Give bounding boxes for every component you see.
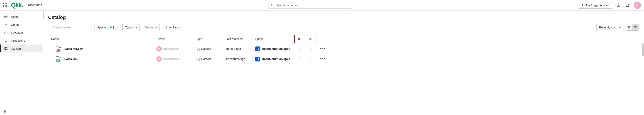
- svg-line-12: [51, 27, 51, 28]
- filter-spaces[interactable]: Spaces All: [94, 24, 120, 31]
- table-row[interactable]: CSV Sales rep.csv TL Dataset an hour ago…: [48, 44, 639, 54]
- row-actions-button[interactable]: •••: [316, 57, 329, 61]
- sidebar: Home Create Favorites Collections Catalo…: [0, 11, 43, 115]
- svg-line-1: [273, 6, 274, 7]
- sidebar-item-label: Catalog: [11, 47, 21, 50]
- file-csv-icon: CSV: [56, 46, 60, 52]
- column-owner[interactable]: Owner: [154, 37, 193, 41]
- chevron-down-icon: [154, 26, 157, 29]
- filter-owner[interactable]: Owner: [142, 24, 160, 31]
- bookmark-icon: [4, 39, 8, 43]
- list-view-button[interactable]: [632, 24, 638, 30]
- star-icon: [4, 31, 8, 35]
- search-icon: [50, 26, 51, 29]
- content-search-input[interactable]: [53, 26, 90, 29]
- svg-rect-8: [4, 47, 6, 49]
- global-search-input[interactable]: [276, 4, 350, 7]
- spaces-badge: All: [108, 26, 114, 29]
- svg-rect-4: [4, 16, 7, 18]
- views-count: 1: [299, 57, 300, 61]
- help-button[interactable]: [616, 2, 622, 8]
- column-modified[interactable]: Last modified: [223, 37, 252, 41]
- type-label: Dataset: [201, 47, 211, 50]
- svg-rect-9: [6, 47, 7, 49]
- global-search[interactable]: [268, 2, 352, 9]
- collapse-icon: [4, 109, 8, 113]
- space-icon: [255, 57, 260, 61]
- svg-marker-7: [4, 31, 7, 34]
- sidebar-item-label: Create: [11, 23, 20, 27]
- owner-avatar: TL: [156, 46, 162, 52]
- views-count: 1: [299, 47, 300, 50]
- column-type[interactable]: Type: [193, 37, 223, 41]
- filter-icon: [164, 26, 168, 29]
- sparkle-icon: [581, 4, 584, 7]
- grid-view-button[interactable]: [626, 24, 632, 30]
- grid-icon: [628, 26, 631, 29]
- dataset-icon: [196, 57, 200, 61]
- file-xlsx-icon: XLSX: [56, 56, 60, 62]
- page-title: Catalog: [48, 15, 639, 20]
- svg-rect-17: [630, 28, 630, 29]
- svg-point-3: [618, 6, 619, 7]
- user-avatar[interactable]: TL: [634, 2, 641, 9]
- search-icon: [271, 4, 274, 7]
- list-icon: [634, 26, 637, 29]
- uses-count: 1: [310, 57, 311, 61]
- space-label: Documentation apps: [262, 47, 290, 50]
- bell-icon: [626, 3, 630, 7]
- catalog-table: Name Owner Type Last modified Space CSV …: [48, 34, 639, 64]
- svg-marker-13: [165, 26, 168, 28]
- sidebar-item-home[interactable]: Home: [0, 13, 43, 21]
- sidebar-item-label: Collections: [11, 39, 25, 42]
- sidebar-item-create[interactable]: Create: [0, 21, 43, 29]
- filter-types[interactable]: Types: [122, 24, 140, 31]
- app-launcher-icon[interactable]: [3, 3, 7, 7]
- svg-rect-14: [628, 26, 629, 27]
- modified-label: 42 minutes ago: [226, 57, 245, 61]
- scrollbar[interactable]: [642, 43, 644, 56]
- view-toggle: [626, 24, 639, 31]
- table-row[interactable]: XLSX Sales.xlsx TL Dataset 42 minutes ag…: [48, 54, 639, 64]
- notifications-button[interactable]: [625, 2, 631, 8]
- svg-rect-16: [628, 28, 629, 29]
- type-label: Dataset: [201, 57, 211, 61]
- file-name: Sales rep.csv: [64, 47, 82, 50]
- owner-name-redacted: [164, 48, 179, 50]
- svg-point-11: [50, 27, 51, 27]
- owner-avatar: TL: [156, 56, 162, 62]
- sidebar-item-collections[interactable]: Collections: [0, 37, 43, 45]
- content-search[interactable]: [48, 24, 92, 31]
- help-icon: [616, 3, 620, 7]
- sidebar-item-label: Home: [11, 15, 19, 19]
- chevron-down-icon: [115, 26, 117, 29]
- space-icon: [255, 47, 260, 51]
- column-space[interactable]: Space: [252, 37, 294, 41]
- dataset-icon: [196, 47, 200, 51]
- section-title: Analytics: [28, 3, 43, 8]
- collapse-sidebar-button[interactable]: [4, 109, 8, 113]
- owner-name-redacted: [164, 58, 179, 60]
- row-actions-button[interactable]: •••: [316, 47, 329, 51]
- filter-all[interactable]: All filters: [162, 24, 182, 31]
- uses-count: 1: [310, 47, 311, 50]
- sidebar-item-catalog[interactable]: Catalog: [0, 45, 43, 52]
- svg-rect-15: [630, 26, 630, 27]
- ask-insight-button[interactable]: Ask Insight Advisor: [578, 2, 612, 9]
- sidebar-item-favorites[interactable]: Favorites: [0, 29, 43, 37]
- sort-dropdown[interactable]: Recently used: [596, 24, 624, 31]
- column-name[interactable]: Name: [48, 37, 154, 41]
- catalog-icon: [4, 47, 8, 50]
- sidebar-item-label: Favorites: [11, 31, 23, 34]
- main-content: Catalog Spaces All Types Owner All fi: [43, 11, 644, 115]
- plus-icon: [4, 23, 8, 27]
- highlight-annotation: [294, 35, 316, 43]
- space-label: Documentation apps: [262, 57, 290, 61]
- top-bar: Qlik. Analytics Ask Insight Advisor TL: [0, 0, 644, 11]
- file-name: Sales.xlsx: [64, 57, 78, 61]
- svg-point-0: [271, 4, 273, 6]
- toolbar: Spaces All Types Owner All filters Recen…: [48, 24, 639, 31]
- home-icon: [4, 15, 8, 19]
- chevron-down-icon: [618, 26, 621, 29]
- brand-logo[interactable]: Qlik.: [11, 2, 23, 9]
